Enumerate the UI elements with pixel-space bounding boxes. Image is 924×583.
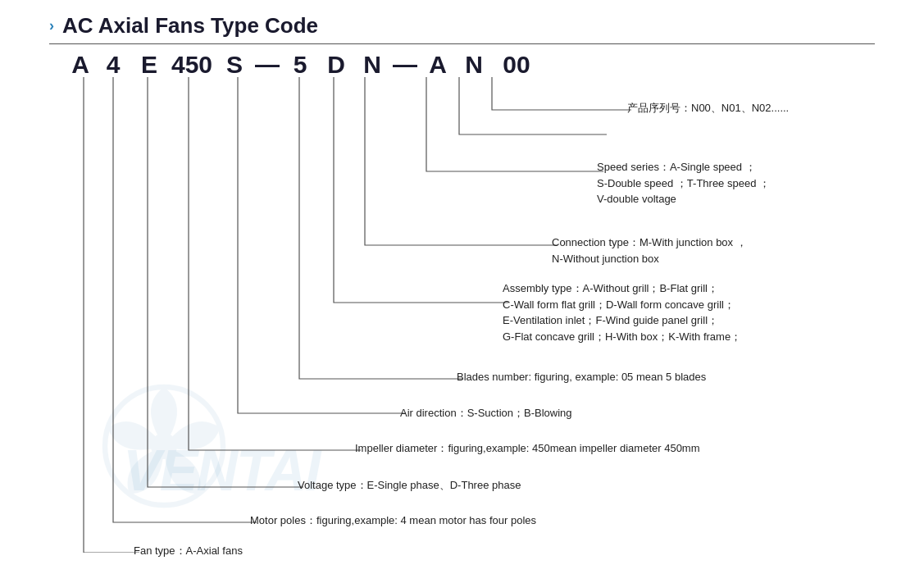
desc-fan-type: Fan type：A-Axial fans	[134, 543, 243, 559]
diagram-area: VENTAI .line { stroke: #555; stroke-widt…	[57, 77, 894, 553]
title-divider	[49, 43, 875, 44]
code-5: 5	[285, 52, 315, 77]
code-A2: A	[423, 52, 453, 77]
code-4: 4	[98, 52, 128, 77]
desc-air-direction: Air direction：S-Suction；B-Blowing	[400, 405, 572, 421]
title-chevron-icon: ›	[49, 17, 54, 34]
desc-connection-type: Connection type：M-With junction box ， N-…	[552, 235, 747, 266]
title-section: › AC Axial Fans Type Code	[49, 13, 875, 39]
code-N: N	[357, 52, 387, 77]
desc-voltage-type: Voltage type：E-Single phase、D-Three phas…	[298, 477, 521, 494]
code-E: E	[134, 52, 164, 77]
code-dash2: —	[390, 52, 420, 77]
desc-assembly-type: Assembly type：A-Without grill；B-Flat gri…	[503, 280, 741, 344]
desc-blades-number: Blades number: figuring, example: 05 mea…	[457, 369, 706, 385]
code-dash1: —	[253, 52, 282, 77]
page-title: AC Axial Fans Type Code	[62, 13, 318, 39]
type-code-row: A 4 E 450 S — 5 D N — A N 00	[66, 52, 875, 77]
code-N2: N	[459, 52, 489, 77]
code-S: S	[220, 52, 249, 77]
page-container: › AC Axial Fans Type Code A 4 E 450 S — …	[0, 0, 924, 583]
code-450: 450	[171, 52, 213, 77]
code-00: 00	[495, 52, 538, 77]
desc-impeller-diameter: Impeller diameter：figuring,example: 450m…	[355, 440, 700, 457]
code-A: A	[66, 52, 95, 77]
desc-product-series: 产品序列号：N00、N01、N02......	[627, 100, 789, 116]
code-D: D	[321, 52, 351, 77]
desc-motor-poles: Motor poles：figuring,example: 4 mean mot…	[250, 512, 536, 529]
desc-speed-series: Speed series：A-Single speed ； S-Double s…	[597, 159, 770, 207]
